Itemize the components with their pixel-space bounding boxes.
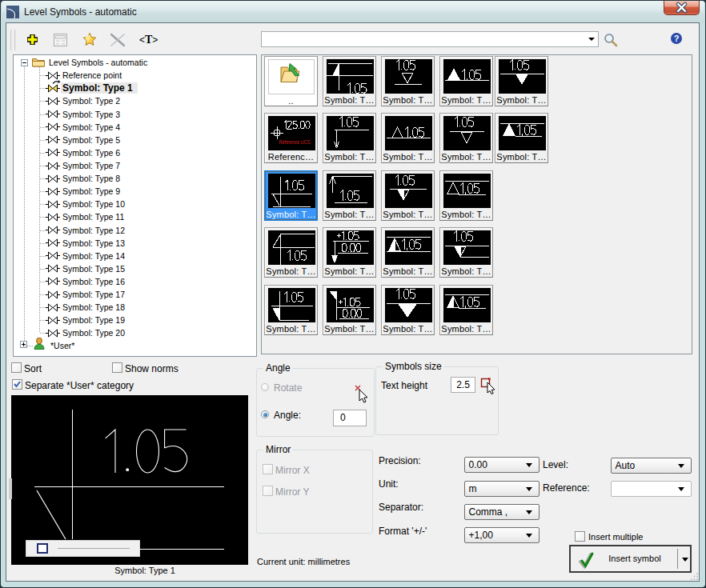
svg-text:Reference UCS: Reference UCS xyxy=(279,138,311,146)
